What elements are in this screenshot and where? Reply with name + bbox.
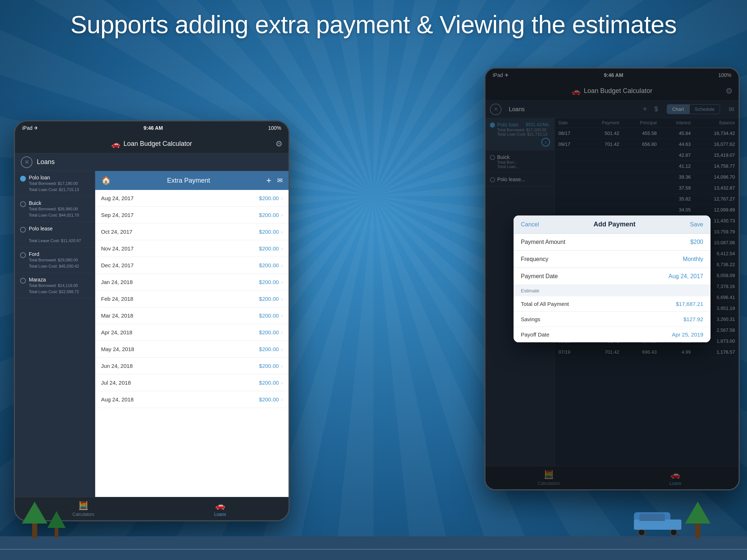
list-item[interactable]: Ford Total Borrowed: $29,080.00Total Loa… bbox=[15, 248, 95, 273]
list-item[interactable]: Feb 24, 2018 $200.00 › bbox=[95, 291, 289, 307]
loan-name-maraza: Maraza bbox=[29, 277, 79, 283]
payment-list: Aug 24, 2017 $200.00 › Sep 24, 2017 $200… bbox=[95, 190, 289, 408]
savings-row: Savings $127.92 bbox=[514, 312, 711, 327]
left-gear-button[interactable]: ⚙ bbox=[275, 139, 283, 149]
payment-amount-row: Payment Amount $200 bbox=[514, 234, 711, 251]
list-item[interactable]: Apr 24, 2018 $200.00 › bbox=[95, 324, 289, 341]
left-nav-icon: 🚗 bbox=[111, 140, 120, 148]
payment-date-label: Payment Date bbox=[521, 273, 558, 280]
savings-label: Savings bbox=[521, 316, 540, 322]
loan-detail-maraza: Total Borrowed: $14,116.00Total Loan Cos… bbox=[29, 283, 79, 295]
payment-amount-value[interactable]: $200 bbox=[690, 239, 703, 245]
payment-amount-label: Payment Amount bbox=[521, 239, 565, 245]
ep-home-button[interactable]: 🏠 bbox=[101, 176, 111, 185]
left-status-time: 9:46 AM bbox=[143, 125, 163, 131]
modal-save-button[interactable]: Save bbox=[690, 221, 703, 228]
total-payment-value: $17,687.21 bbox=[676, 301, 703, 307]
loan-radio-buick[interactable] bbox=[20, 201, 26, 207]
savings-value: $127.92 bbox=[684, 316, 703, 322]
left-loans-bar: ✕ Loans bbox=[15, 153, 289, 171]
extra-payment-header: 🏠 Extra Payment + ✉ bbox=[95, 171, 289, 190]
list-item[interactable]: Polo loan Total Borrowed: $17,190.00Tota… bbox=[15, 171, 95, 197]
list-item[interactable]: Polo lease Total Lease Cost: $11,420.97 bbox=[15, 222, 95, 248]
left-status-left: iPad ✈ bbox=[22, 125, 38, 131]
left-nav-bar: 🚗 Loan Budget Calculator ⚙ bbox=[15, 135, 289, 153]
list-item[interactable]: Buick Total Borrowed: $26,980.00Total Lo… bbox=[15, 197, 95, 222]
ep-title: Extra Payment bbox=[167, 177, 210, 184]
list-item[interactable]: Dec 24, 2017 $200.00 › bbox=[95, 257, 289, 274]
loan-detail-polo: Total Borrowed: $17,190.00Total Loan Cos… bbox=[29, 180, 79, 192]
list-item[interactable]: Mar 24, 2018 $200.00 › bbox=[95, 307, 289, 324]
loan-radio-ford[interactable] bbox=[20, 252, 26, 258]
tab-loans-label: Loans bbox=[214, 512, 226, 517]
left-nav-title: Loan Budget Calculator bbox=[123, 140, 192, 148]
extra-payment-panel: 🏠 Extra Payment + ✉ Aug 24, 2017 $200.00… bbox=[95, 171, 289, 497]
estimate-section-header: Estimate bbox=[514, 285, 711, 296]
loan-name-buick: Buick bbox=[29, 200, 79, 206]
list-item[interactable]: Oct 24, 2017 $200.00 › bbox=[95, 223, 289, 240]
list-item[interactable]: Aug 24, 2018 $200.00 › bbox=[95, 391, 289, 408]
loan-name-ford: Ford bbox=[29, 251, 79, 257]
list-item[interactable]: Sep 24, 2017 $200.00 › bbox=[95, 207, 289, 223]
modal-cancel-button[interactable]: Cancel bbox=[521, 221, 539, 228]
ep-add-button[interactable]: + bbox=[266, 175, 271, 186]
loan-name-polo: Polo loan bbox=[29, 175, 79, 180]
payoff-date-value: Apr 25, 2019 bbox=[672, 331, 703, 338]
payment-date-value[interactable]: Aug 24, 2017 bbox=[669, 273, 703, 280]
loan-radio-maraza[interactable] bbox=[20, 278, 26, 284]
tab-calculators-label: Calculators bbox=[72, 512, 94, 517]
left-loans-title: Loans bbox=[37, 158, 283, 166]
list-item[interactable]: Jun 24, 2018 $200.00 › bbox=[95, 358, 289, 374]
headline: Supports adding extra payment & Viewing … bbox=[0, 10, 747, 39]
frequency-label: Frequency bbox=[521, 256, 549, 262]
list-item[interactable]: Jan 24, 2018 $200.00 › bbox=[95, 274, 289, 291]
loan-detail-polol: Total Lease Cost: $11,420.97 bbox=[29, 232, 81, 244]
left-back-button[interactable]: ✕ bbox=[21, 156, 32, 168]
frequency-row: Frequency Monthly bbox=[514, 251, 711, 268]
right-ipad: iPad ✈ 9:46 AM 100% 🚗 Loan Budget Calcul… bbox=[484, 67, 740, 490]
left-ipad: iPad ✈ 9:46 AM 100% 🚗 Loan Budget Calcul… bbox=[14, 120, 290, 521]
tab-calculators[interactable]: 🧮 Calculators bbox=[15, 497, 152, 520]
frequency-value[interactable]: Monthly bbox=[683, 256, 703, 262]
list-item[interactable]: Nov 24, 2017 $200.00 › bbox=[95, 240, 289, 257]
list-item[interactable]: May 24, 2018 $200.00 › bbox=[95, 341, 289, 358]
payoff-date-row: Payoff Date Apr 25, 2019 bbox=[514, 327, 711, 342]
modal-body: Payment Amount $200 Frequency Monthly Pa… bbox=[514, 234, 711, 342]
ep-mail-button[interactable]: ✉ bbox=[277, 176, 283, 184]
left-status-bar: iPad ✈ 9:46 AM 100% bbox=[15, 121, 289, 135]
loans-icon: 🚗 bbox=[215, 501, 225, 510]
modal-header: Cancel Add Payment Save bbox=[514, 215, 711, 234]
left-status-right: 100% bbox=[268, 125, 281, 131]
loan-detail-buick: Total Borrowed: $26,980.00Total Loan Cos… bbox=[29, 206, 79, 218]
loan-radio-polo[interactable] bbox=[20, 176, 26, 182]
loan-name-polol: Polo lease bbox=[29, 226, 81, 232]
loan-detail-ford: Total Borrowed: $29,080.00Total Loan Cos… bbox=[29, 257, 79, 269]
left-tab-bar: 🧮 Calculators 🚗 Loans bbox=[15, 497, 289, 520]
modal-overlay: Cancel Add Payment Save Payment Amount $… bbox=[485, 69, 739, 489]
tab-loans[interactable]: 🚗 Loans bbox=[152, 497, 289, 520]
modal-title: Add Payment bbox=[593, 221, 635, 228]
total-payment-label: Total of All Payment bbox=[521, 301, 569, 307]
left-content: Polo loan Total Borrowed: $17,190.00Tota… bbox=[15, 171, 289, 497]
list-item[interactable]: Maraza Total Borrowed: $14,116.00Total L… bbox=[15, 273, 95, 299]
list-item[interactable]: Jul 24, 2018 $200.00 › bbox=[95, 374, 289, 391]
list-item[interactable]: Aug 24, 2017 $200.00 › bbox=[95, 190, 289, 207]
payment-date-row: Payment Date Aug 24, 2017 bbox=[514, 268, 711, 285]
add-payment-modal: Cancel Add Payment Save Payment Amount $… bbox=[514, 215, 711, 342]
left-sidebar: Polo loan Total Borrowed: $17,190.00Tota… bbox=[15, 171, 95, 497]
calculators-icon: 🧮 bbox=[78, 501, 88, 510]
total-payment-row: Total of All Payment $17,687.21 bbox=[514, 296, 711, 312]
loan-radio-polol[interactable] bbox=[20, 227, 26, 233]
payoff-date-label: Payoff Date bbox=[521, 331, 549, 338]
